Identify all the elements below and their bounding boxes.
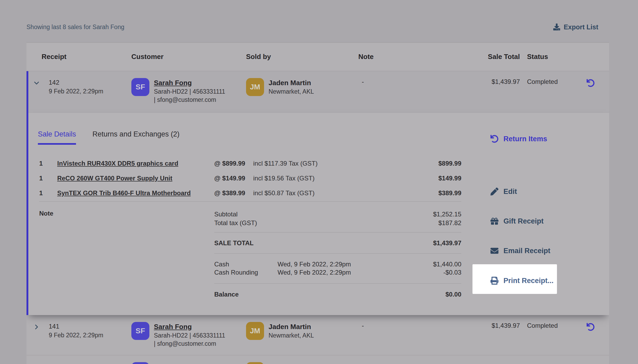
download-icon — [553, 24, 560, 30]
payment-date: Wed, 9 Feb 2022, 2:29pm — [278, 260, 408, 268]
quick-return-button[interactable] — [573, 71, 609, 87]
customer-cell: SF — [131, 355, 246, 364]
customer-email: | sfong@customer.com — [154, 340, 225, 348]
payment-date: Wed, 9 Feb 2022, 2:29pm — [278, 268, 408, 276]
envelope-icon — [490, 247, 498, 255]
staff-avatar: JM — [246, 362, 264, 364]
undo-icon — [587, 323, 595, 331]
line-items: 1 InVistech RUR430X DDR5 graphics card @… — [39, 156, 461, 201]
chevron-right-icon — [34, 324, 39, 330]
item-total: $899.99 — [408, 160, 461, 167]
sale-total-cell: $1,439.97 — [474, 71, 520, 85]
line-item: 1 InVistech RUR430X DDR5 graphics card @… — [39, 156, 461, 171]
item-name-link[interactable]: ReCO 260W GT400 Power Supply Unit — [57, 175, 172, 182]
customer-name-link[interactable]: Sarah Fong — [154, 322, 225, 331]
receipt-cell: 141 9 Feb 2022, 2:29pm — [49, 315, 131, 339]
staff-name: Jaden Martin — [269, 322, 314, 331]
edit-button[interactable]: Edit — [490, 186, 517, 197]
sales-table: Receipt Customer Sold by Note Sale Total… — [26, 42, 609, 364]
balance-label: Balance — [214, 291, 239, 298]
table-row-partial[interactable]: SF JM — [26, 355, 609, 364]
item-unit-price: @ $899.99 — [214, 160, 253, 167]
sale-total-cell: $1,439.97 — [474, 315, 520, 329]
printer-icon — [490, 277, 498, 285]
tab-returns-exchanges[interactable]: Returns and Exchanges (2) — [92, 130, 180, 145]
item-qty: 1 — [39, 189, 57, 197]
staff-location: Newmarket, AKL — [269, 331, 314, 340]
return-items-button[interactable]: Return Items — [490, 134, 547, 144]
staff-avatar: JM — [246, 78, 264, 96]
staff-name: Jaden Martin — [269, 78, 314, 88]
gift-receipt-label: Gift Receipt — [503, 217, 544, 225]
staff-location: Newmarket, AKL — [269, 88, 314, 96]
gift-receipt-button[interactable]: Gift Receipt — [490, 216, 544, 226]
sale-details-panel: Sale Details Returns and Exchanges (2) 1… — [26, 113, 609, 315]
sale-total-label: SALE TOTAL — [214, 239, 253, 247]
header-receipt: Receipt — [42, 53, 131, 61]
note-label: Note — [39, 210, 53, 217]
line-item: 1 SynTEX GOR Trib B460-F Ultra Motherboa… — [39, 186, 461, 201]
receipt-cell: 142 9 Feb 2022, 2:29pm — [49, 71, 131, 95]
receipt-number: 142 — [49, 78, 131, 87]
item-total: $149.99 — [408, 175, 461, 182]
payment-amount: $1,440.00 — [408, 260, 461, 268]
customer-avatar: SF — [131, 322, 149, 340]
results-summary: Showing last 8 sales for Sarah Fong — [26, 24, 124, 31]
customer-cell: SF Sarah Fong Sarah-HD22 | 4563331111 | … — [131, 71, 246, 104]
staff-avatar: JM — [246, 322, 264, 340]
sold-by-cell: JM — [246, 355, 358, 364]
undo-icon — [490, 135, 498, 143]
item-tax: incl $19.56 Tax (GST) — [253, 175, 408, 182]
tab-sale-details[interactable]: Sale Details — [38, 130, 76, 145]
customer-email: | sfong@customer.com — [154, 96, 225, 104]
print-receipt-label: Print Receipt... — [503, 277, 554, 285]
email-receipt-button[interactable]: Email Receipt — [490, 245, 550, 256]
customer-avatar: SF — [131, 362, 149, 364]
detail-tabs: Sale Details Returns and Exchanges (2) — [38, 130, 180, 145]
payment-method: Cash — [214, 260, 278, 268]
status-cell: Completed — [520, 71, 573, 85]
payment-method: Cash Rounding — [214, 268, 278, 276]
export-list-label: Export List — [564, 23, 598, 31]
header-sold-by: Sold by — [246, 53, 358, 61]
customer-avatar: SF — [131, 78, 149, 96]
gift-icon — [490, 217, 498, 225]
header-note: Note — [358, 53, 474, 61]
table-row-141[interactable]: 141 9 Feb 2022, 2:29pm SF Sarah Fong Sar… — [26, 315, 609, 355]
print-receipt-button[interactable]: Print Receipt... — [490, 275, 554, 286]
item-name-link[interactable]: SynTEX GOR Trib B460-F Ultra Motherboard — [57, 189, 191, 197]
item-unit-price: @ $389.99 — [214, 189, 253, 197]
receipt-date: 9 Feb 2022, 2:29pm — [49, 87, 131, 95]
header-status: Status — [520, 53, 548, 61]
customer-code-phone: Sarah-HD22 | 4563331111 — [154, 331, 225, 340]
collapse-row-button[interactable] — [26, 71, 49, 86]
topbar: Showing last 8 sales for Sarah Fong Expo… — [26, 21, 598, 33]
receipt-number: 141 — [49, 322, 131, 331]
payment-row: Cash Wed, 9 Feb 2022, 2:29pm $1,440.00 — [214, 260, 461, 268]
table-row-142[interactable]: 142 9 Feb 2022, 2:29pm SF Sarah Fong Sar… — [26, 71, 609, 113]
sale-total-value: $1,439.97 — [433, 239, 461, 247]
sold-by-cell: JM Jaden Martin Newmarket, AKL — [246, 315, 358, 340]
item-name-link[interactable]: InVistech RUR430X DDR5 graphics card — [57, 160, 178, 167]
customer-cell: SF Sarah Fong Sarah-HD22 | 4563331111 | … — [131, 315, 246, 348]
chevron-down-icon — [34, 80, 39, 86]
payment-row: Cash Rounding Wed, 9 Feb 2022, 2:29pm -$… — [214, 268, 461, 276]
totals-block: Subtotal $1,252.15 Total tax (GST) $187.… — [214, 210, 461, 298]
item-tax: incl $117.39 Tax (GST) — [253, 160, 408, 167]
customer-name-link[interactable]: Sarah Fong — [154, 78, 225, 88]
quick-return-button[interactable] — [573, 315, 609, 331]
item-qty: 1 — [39, 160, 57, 167]
note-cell: - — [358, 71, 474, 85]
balance-value: $0.00 — [445, 291, 461, 298]
expand-row-button[interactable] — [26, 315, 49, 330]
email-receipt-label: Email Receipt — [503, 247, 550, 255]
sales-history-screen: Showing last 8 sales for Sarah Fong Expo… — [0, 0, 638, 364]
return-items-label: Return Items — [503, 135, 547, 143]
receipt-date: 9 Feb 2022, 2:29pm — [49, 331, 131, 339]
sold-by-cell: JM Jaden Martin Newmarket, AKL — [246, 71, 358, 96]
item-tax: incl $50.87 Tax (GST) — [253, 189, 408, 197]
export-list-button[interactable]: Export List — [553, 23, 598, 31]
undo-icon — [587, 79, 595, 87]
header-customer: Customer — [131, 53, 246, 61]
edit-label: Edit — [503, 188, 517, 196]
